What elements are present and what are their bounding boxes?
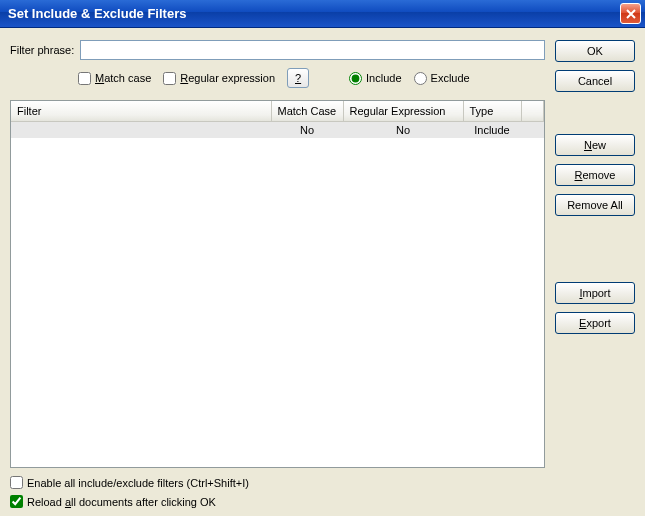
regex-checkbox[interactable]: Regular expression: [163, 72, 275, 85]
close-button[interactable]: [620, 3, 641, 24]
filter-phrase-label: Filter phrase:: [10, 44, 74, 56]
filter-phrase-row: Filter phrase:: [10, 40, 545, 60]
cell-filter: [11, 121, 271, 138]
cell-type: Include: [463, 121, 521, 138]
reload-all-label: Reload all documents after clicking OK: [27, 496, 216, 508]
remove-all-button[interactable]: Remove All: [555, 194, 635, 216]
regex-help-button[interactable]: ?: [287, 68, 309, 88]
reload-all-checkbox[interactable]: Reload all documents after clicking OK: [10, 495, 545, 508]
include-radio[interactable]: Include: [349, 72, 401, 85]
filter-phrase-input[interactable]: [80, 40, 545, 60]
col-regex-header[interactable]: Regular Expression: [343, 101, 463, 121]
filters-table: Filter Match Case Regular Expression Typ…: [11, 101, 544, 138]
cell-match: No: [271, 121, 343, 138]
table-row[interactable]: No No Include: [11, 121, 544, 138]
match-case-label: Match case: [95, 72, 151, 84]
exclude-radio-input[interactable]: [414, 72, 427, 85]
filters-table-wrap[interactable]: Filter Match Case Regular Expression Typ…: [10, 100, 545, 468]
col-spacer-header: [521, 101, 544, 121]
cancel-button[interactable]: Cancel: [555, 70, 635, 92]
ok-button[interactable]: OK: [555, 40, 635, 62]
col-type-header[interactable]: Type: [463, 101, 521, 121]
col-filter-header[interactable]: Filter: [11, 101, 271, 121]
import-button[interactable]: Import: [555, 282, 635, 304]
window-title: Set Include & Exclude Filters: [8, 6, 186, 21]
match-case-checkbox[interactable]: Match case: [78, 72, 151, 85]
reload-all-input[interactable]: [10, 495, 23, 508]
dialog-content: Filter phrase: Match case Regular expres…: [0, 28, 645, 516]
options-row: Match case Regular expression ? Include …: [10, 68, 545, 88]
main-column: Filter phrase: Match case Regular expres…: [10, 40, 545, 508]
exclude-label: Exclude: [431, 72, 470, 84]
bottom-checks: Enable all include/exclude filters (Ctrl…: [10, 476, 545, 508]
include-label: Include: [366, 72, 401, 84]
match-case-input[interactable]: [78, 72, 91, 85]
enable-all-checkbox[interactable]: Enable all include/exclude filters (Ctrl…: [10, 476, 545, 489]
titlebar: Set Include & Exclude Filters: [0, 0, 645, 28]
enable-all-input[interactable]: [10, 476, 23, 489]
cell-regex: No: [343, 121, 463, 138]
close-icon: [626, 9, 636, 19]
col-match-header[interactable]: Match Case: [271, 101, 343, 121]
regex-input[interactable]: [163, 72, 176, 85]
new-button[interactable]: New: [555, 134, 635, 156]
enable-all-label: Enable all include/exclude filters (Ctrl…: [27, 477, 249, 489]
include-radio-input[interactable]: [349, 72, 362, 85]
exclude-radio[interactable]: Exclude: [414, 72, 470, 85]
cell-spacer: [521, 121, 544, 138]
remove-button[interactable]: Remove: [555, 164, 635, 186]
table-header-row: Filter Match Case Regular Expression Typ…: [11, 101, 544, 121]
export-button[interactable]: Export: [555, 312, 635, 334]
side-buttons: OK Cancel New Remove Remove All Import E…: [555, 40, 635, 508]
regex-label: Regular expression: [180, 72, 275, 84]
